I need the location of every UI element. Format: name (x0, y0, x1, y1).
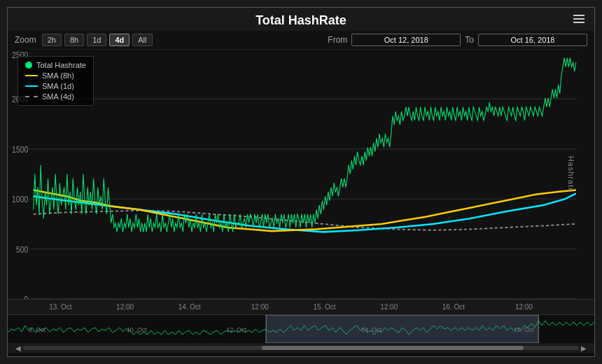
svg-rect-0 (8, 49, 594, 299)
legend-label-sma4d: SMA (4d) (42, 92, 74, 101)
zoom-label: Zoom (15, 35, 36, 45)
legend-dot-hashrate (25, 62, 32, 69)
main-chart-area: Total Hashrate SMA (8h) SMA (1d) SMA (4d… (8, 49, 594, 299)
chart-title: Total HashRate (255, 13, 346, 27)
zoom-8h[interactable]: 8h (64, 34, 84, 46)
toolbar: Zoom 2h 8h 1d 4d All From To (8, 31, 594, 49)
svg-text:1500: 1500 (12, 144, 29, 154)
scrollbar-track[interactable] (23, 346, 579, 350)
legend-item-sma1d: SMA (1d) (25, 82, 86, 90)
menu-icon[interactable] (570, 13, 587, 24)
x-label-1200-4: 12:00 (515, 303, 533, 311)
svg-rect-14 (266, 315, 538, 343)
x-label-15oct: 15. Oct (313, 303, 335, 311)
zoom-1d[interactable]: 1d (87, 34, 106, 46)
legend-line-sma1d (25, 85, 38, 87)
minimap-scrollbar: ◀ ▶ (8, 343, 594, 353)
scrollbar-thumb[interactable] (262, 346, 523, 350)
scrollbar-right-arrow[interactable]: ▶ (579, 344, 589, 352)
legend-line-sma4d (25, 96, 38, 97)
legend-item-sma4d: SMA (4d) (25, 92, 86, 101)
scrollbar-left-arrow[interactable]: ◀ (13, 344, 23, 352)
x-axis-bar: 13. Oct 12:00 14. Oct 12:00 15. Oct 12:0… (8, 299, 594, 314)
chart-header: Total HashRate (8, 8, 594, 31)
to-date-input[interactable] (478, 34, 587, 46)
chart-container: Total HashRate Zoom 2h 8h 1d 4d All From… (7, 7, 595, 357)
date-range: From To (328, 34, 587, 46)
from-label: From (328, 35, 347, 45)
to-label: To (465, 35, 474, 45)
x-label-14oct: 14. Oct (178, 303, 201, 311)
x-label-1200-1: 12:00 (116, 303, 134, 311)
y-axis-label: Hashrate (568, 155, 576, 192)
x-label-1200-2: 12:00 (251, 303, 269, 311)
x-label-13oct: 13. Oct (49, 303, 71, 311)
svg-text:0: 0 (24, 294, 29, 299)
main-chart-svg: 0 500 1000 1500 2000 2500 (8, 49, 594, 299)
legend-item-sma8h: SMA (8h) (25, 71, 86, 80)
x-label-16oct: 16. Oct (442, 303, 465, 311)
legend-label-sma8h: SMA (8h) (42, 71, 74, 80)
legend-label-hashrate: Total Hashrate (36, 61, 86, 69)
legend-label-sma1d: SMA (1d) (42, 82, 74, 90)
minimap-svg (8, 315, 594, 343)
minimap-container: 8. Oct 10. Oct 12. Oct 14. Oct 16. Oct ◀… (8, 314, 594, 356)
zoom-2h[interactable]: 2h (42, 34, 62, 46)
from-date-input[interactable] (351, 34, 461, 46)
x-label-1200-3: 12:00 (380, 303, 398, 311)
zoom-4d[interactable]: 4d (109, 34, 130, 46)
legend-item-hashrate: Total Hashrate (25, 61, 86, 69)
zoom-all[interactable]: All (132, 34, 152, 46)
chart-legend: Total Hashrate SMA (8h) SMA (1d) SMA (4d… (18, 56, 94, 106)
legend-line-sma8h (25, 75, 38, 76)
svg-text:500: 500 (16, 244, 29, 254)
svg-text:1000: 1000 (12, 194, 29, 204)
